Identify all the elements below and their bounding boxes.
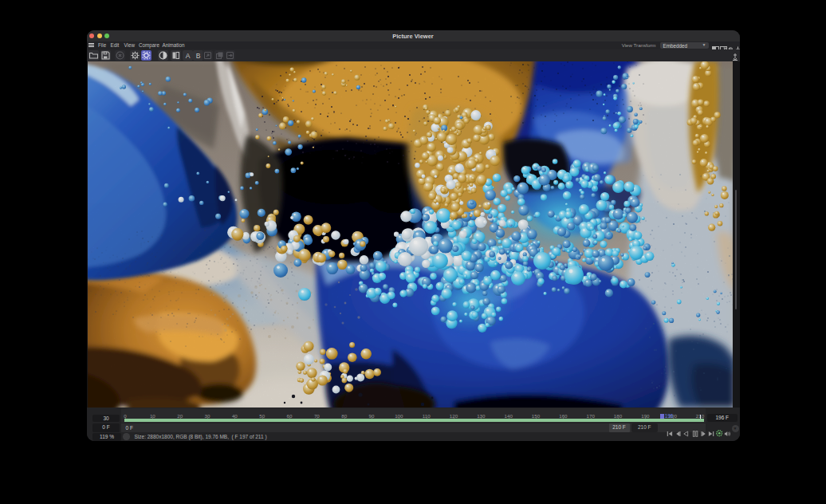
svg-text:A: A (185, 51, 190, 59)
svg-text:B: B (195, 51, 200, 59)
